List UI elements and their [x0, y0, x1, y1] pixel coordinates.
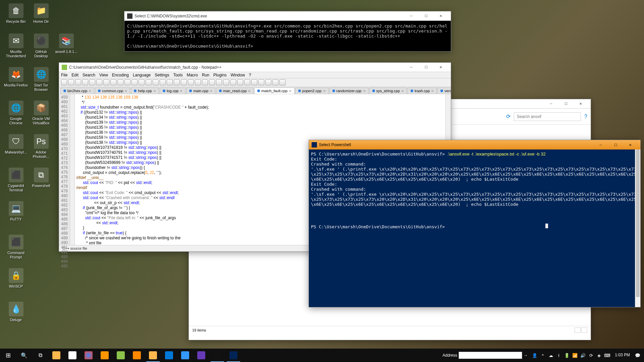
- menu-tools[interactable]: Tools: [173, 73, 183, 77]
- tab-close-icon[interactable]: ✕: [210, 89, 212, 93]
- minimize-button[interactable]: ─: [544, 99, 558, 109]
- powershell-window[interactable]: Select Powershell ─ ☐ ✕ PS C:\Users\mars…: [309, 140, 641, 307]
- desktop-icon-ansvif-folder[interactable]: 📚ansvif-1.8.1...: [54, 34, 79, 54]
- toolbar-button[interactable]: [139, 79, 145, 85]
- taskbar-clock[interactable]: 1:03 PM: [611, 353, 633, 358]
- desktop-icon-thunderbird[interactable]: ✉Mozilla Thunderbird: [3, 34, 29, 58]
- taskbar-chrome[interactable]: [80, 349, 97, 362]
- toolbar-button[interactable]: [209, 79, 215, 85]
- tray-onedrive-icon[interactable]: ☁: [547, 349, 554, 362]
- toolbar-button[interactable]: [146, 79, 152, 85]
- menu-run[interactable]: Run: [202, 73, 209, 77]
- toolbar-button[interactable]: [272, 79, 278, 85]
- taskbar-vlc[interactable]: [129, 349, 145, 362]
- tab-bin2hex-cpp[interactable]: bin2hex.cpp✕: [60, 87, 94, 94]
- desktop-icon-home-dir[interactable]: 📁Home Dir: [29, 3, 54, 24]
- maximize-button[interactable]: ☐: [608, 140, 623, 149]
- desktop-icon-putty[interactable]: 💻PuTTY: [3, 201, 29, 222]
- close-button[interactable]: ✕: [433, 63, 448, 72]
- cmd-titlebar[interactable]: Select C:\WINDOWS\system32\cmd.exe ─ ☐ ✕: [124, 11, 451, 21]
- search-button[interactable]: 🔍: [16, 349, 32, 362]
- desktop-icon-winscp[interactable]: 🔒WinSCP: [3, 268, 29, 289]
- menu-plugins[interactable]: Plugins: [213, 73, 226, 77]
- taskbar-store[interactable]: [64, 349, 80, 362]
- tray-keyboard-icon[interactable]: ⌨: [603, 349, 611, 362]
- start-button[interactable]: ⊞: [0, 349, 16, 362]
- desktop-icon-recycle-bin[interactable]: 🗑Recycle Bin: [3, 3, 29, 24]
- toolbar-button[interactable]: [258, 79, 264, 85]
- taskbar-explorer[interactable]: [48, 349, 64, 362]
- address-input[interactable]: [459, 352, 522, 359]
- menu-search[interactable]: Search: [83, 73, 95, 77]
- tray-bluetooth-icon[interactable]: ᚼ: [555, 349, 562, 362]
- ps-titlebar[interactable]: Select Powershell ─ ☐ ✕: [309, 140, 640, 149]
- toolbar-button[interactable]: [82, 79, 88, 85]
- tab-version-h[interactable]: version.h✕: [437, 87, 451, 94]
- tray-dropbox-icon[interactable]: ◈: [595, 349, 603, 362]
- menu-edit[interactable]: Edit: [71, 73, 78, 77]
- tab-popen2-cpp[interactable]: popen2.cpp✕: [295, 87, 329, 94]
- taskbar-firefox[interactable]: [97, 349, 113, 362]
- tab-close-icon[interactable]: ✕: [323, 89, 326, 93]
- taskbar-edge[interactable]: [161, 349, 177, 362]
- toolbar-button[interactable]: [96, 79, 102, 85]
- tray-people-icon[interactable]: 👤: [531, 349, 538, 362]
- taskbar-winscp[interactable]: [177, 349, 193, 362]
- close-button[interactable]: ✕: [623, 140, 638, 149]
- minimize-button[interactable]: ─: [404, 11, 419, 21]
- tray-volume-icon[interactable]: 🔊: [579, 349, 587, 362]
- toolbar-button[interactable]: [153, 79, 159, 85]
- taskbar-app[interactable]: [193, 349, 209, 362]
- help-icon[interactable]: ?: [584, 114, 587, 120]
- toolbar-button[interactable]: [237, 79, 243, 85]
- desktop-icon-malwarebytes[interactable]: 🛡Malwarebyt...: [3, 134, 29, 155]
- tab-close-icon[interactable]: ✕: [124, 89, 127, 93]
- toolbar-button[interactable]: [131, 79, 138, 85]
- view-icons-icon[interactable]: [581, 327, 587, 333]
- taskbar-cmd[interactable]: [209, 349, 225, 362]
- toolbar-button[interactable]: [202, 79, 208, 85]
- menu-file[interactable]: File: [61, 73, 67, 77]
- toolbar-button[interactable]: [110, 79, 116, 85]
- go-icon[interactable]: →: [524, 353, 528, 358]
- tab-man_read-cpp[interactable]: man_read.cpp✕: [216, 87, 254, 94]
- toolbar-button[interactable]: [103, 79, 109, 85]
- tab-close-icon[interactable]: ✕: [401, 89, 404, 93]
- refresh-icon[interactable]: ⟳: [506, 113, 511, 120]
- tab-randomizer-cpp[interactable]: randomizer.cpp✕: [329, 87, 369, 94]
- toolbar-button[interactable]: [68, 79, 74, 85]
- maximize-button[interactable]: ☐: [419, 63, 433, 72]
- tab-sys_string-cpp[interactable]: sys_string.cpp✕: [369, 87, 407, 94]
- tray-wifi-icon[interactable]: 📶: [571, 349, 579, 362]
- toolbar-button[interactable]: [216, 79, 222, 85]
- toolbar-button[interactable]: [124, 79, 130, 85]
- tab-common-cpp[interactable]: common.cpp✕: [95, 87, 130, 94]
- toolbar-button[interactable]: [188, 79, 194, 85]
- desktop-icon-photoshop[interactable]: PsAdobe Photosh...: [29, 134, 54, 159]
- close-button[interactable]: ✕: [433, 11, 448, 21]
- toolbar-button[interactable]: [75, 79, 81, 85]
- maximize-button[interactable]: ☐: [558, 99, 573, 109]
- ps-output[interactable]: PS C:\Users\marsh\OneDrive\Documents\Git…: [309, 149, 640, 307]
- toolbar-button[interactable]: [167, 79, 173, 85]
- npp-titlebar[interactable]: C:\Users\marsh\OneDrive\Documents\GitHub…: [59, 63, 451, 72]
- menu-encoding[interactable]: Encoding: [112, 73, 129, 77]
- taskbar-explorer-open[interactable]: [145, 349, 161, 362]
- taskbar-npp[interactable]: [113, 349, 129, 362]
- tab-close-icon[interactable]: ✕: [289, 89, 291, 93]
- desktop-icon-powershell-icon[interactable]: ⧉Powershell: [29, 168, 54, 188]
- toolbar-button[interactable]: [181, 79, 187, 85]
- desktop-icon-deluge[interactable]: 💧Deluge: [3, 302, 29, 322]
- tab-close-icon[interactable]: ✕: [89, 89, 91, 93]
- toolbar-button[interactable]: [265, 79, 271, 85]
- menu-settings[interactable]: Settings: [155, 73, 169, 77]
- toolbar-button[interactable]: [223, 79, 229, 85]
- notifications-icon[interactable]: 💬: [634, 349, 641, 362]
- tab-close-icon[interactable]: ✕: [248, 89, 251, 93]
- close-button[interactable]: ✕: [573, 99, 588, 109]
- desktop-icon-cygwin[interactable]: ⬛Cygwin64 Terminal: [3, 168, 29, 192]
- desktop-icon-chrome[interactable]: 🌐Google Chrome: [3, 101, 29, 125]
- toolbar-button[interactable]: [195, 79, 201, 85]
- toolbar-button[interactable]: [251, 79, 257, 85]
- toolbar-button[interactable]: [61, 79, 67, 85]
